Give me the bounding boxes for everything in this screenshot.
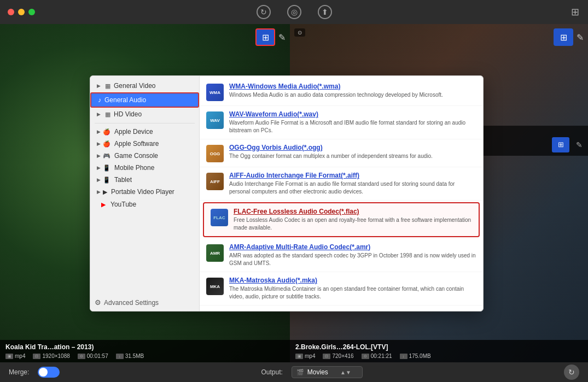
merge-toggle[interactable]	[38, 367, 60, 378]
sidebar-item-youtube[interactable]: ▶ YouTube	[90, 198, 199, 211]
close-button[interactable]	[8, 9, 14, 15]
ogg-format-name: OGG-Ogg Vorbis Audio(*.ogg)	[229, 144, 476, 151]
sidebar-item-game-console[interactable]: ▶ 🎮 Game Console	[90, 150, 199, 162]
sidebar-apple-device-label: Apple Device	[114, 128, 153, 136]
format-item-aiff[interactable]: AIFF AIFF-Audio Interchange File Format(…	[200, 167, 483, 201]
format-item-amr[interactable]: AMR AMR-Adaptive Multi-Rate Audio Codec(…	[200, 239, 483, 272]
format-item-wav[interactable]: WAV WAV-Waveform Audio(*.wav) Waveform A…	[200, 106, 483, 139]
sidebar-general-video-label: General Video	[114, 82, 156, 90]
sidebar-item-general-audio[interactable]: ♪ General Audio	[90, 92, 199, 108]
right-filesize-icon: ↓	[400, 354, 407, 359]
left-edit-icon[interactable]: ✎	[278, 32, 286, 43]
sidebar-portable-player-label: Portable Video Player	[111, 188, 174, 196]
sync-icon[interactable]: ↻	[257, 5, 271, 19]
bottom-bar: Merge: Output: 🎬 Movies ▲▼ ↻	[0, 362, 588, 382]
refresh-button[interactable]: ↻	[564, 365, 579, 380]
format-popup-container: ▶ ▦ General Video ♪ General Audio ▶ ▦ HD…	[90, 75, 484, 312]
sidebar-divider1	[95, 123, 195, 124]
convert-icon: ⊞	[262, 32, 269, 43]
right-format-icon: ▣	[295, 354, 303, 359]
left-resolution: ⊡ 1920×1088	[33, 353, 69, 359]
output-selector[interactable]: 🎬 Movies ▲▼	[292, 366, 363, 378]
amr-format-text: AMR-Adaptive Multi-Rate Audio Codec(*.am…	[229, 243, 476, 267]
hd-video-arrow: ▶	[97, 111, 101, 117]
format-item-mp2[interactable]: MP2 MP2-MPEG Layer-2 Audio(*.mp2) MPEG-2…	[200, 305, 483, 311]
mka-format-desc: The Matroska Multimedia Container is an …	[229, 285, 476, 301]
portable-player-icon: ▶	[103, 189, 107, 196]
format-item-mka[interactable]: MKA MKA-Matroska Audio(*.mka) The Matros…	[200, 272, 483, 305]
wma-format-name: WMA-Windows Media Audio(*.wma)	[229, 83, 476, 90]
right-duration: ⊙ 00:21:21	[362, 353, 392, 359]
sidebar-item-mobile-phone[interactable]: ▶ 📱 Mobile Phone	[90, 162, 199, 174]
left-convert-button[interactable]: ⊞	[255, 28, 275, 46]
right-video-badge: ⊙	[294, 28, 305, 37]
refresh-icon: ↻	[568, 368, 575, 377]
tablet-arrow: ▶	[97, 177, 101, 183]
toolbar-icons: ↻ ◎ ⬆	[257, 5, 332, 19]
sidebar-item-tablet[interactable]: ▶ 📱 Tablet	[90, 174, 199, 186]
amr-format-desc: AMR was adopted as the standard speech c…	[229, 252, 476, 267]
format-item-flac[interactable]: FLAC FLAC-Free Lossless Audio Codec(*.fl…	[203, 202, 480, 237]
sidebar-item-apple-device[interactable]: ▶ 🍎 Apple Device	[90, 126, 199, 138]
flac-format-desc: Free Lossless Audio Codec is an open and…	[234, 216, 472, 232]
flac-format-text: FLAC-Free Lossless Audio Codec(*.flac) F…	[234, 208, 472, 232]
amr-format-name: AMR-Adaptive Multi-Rate Audio Codec(*.am…	[229, 243, 476, 251]
output-folder-icon: 🎬	[296, 369, 304, 376]
flac-format-icon: FLAC	[211, 209, 228, 226]
general-audio-icon-shape: ♪	[98, 96, 101, 104]
wma-format-icon: WMA	[206, 84, 224, 101]
apple-device-arrow: ▶	[97, 129, 101, 134]
right-edit-icon[interactable]: ✎	[577, 32, 584, 43]
general-video-arrow: ▶	[97, 83, 101, 89]
apple-software-icon: 🍎	[103, 140, 110, 148]
advanced-settings-label: Advanced Settings	[104, 299, 159, 307]
right-panel-actions: ⊞ ✎	[554, 28, 584, 46]
hd-video-icon: ▦	[105, 111, 110, 118]
aiff-format-desc: Audio Interchange File Format is an audi…	[229, 180, 476, 196]
right-filesize: ↓ 175.0MB	[400, 353, 431, 359]
right-video2-convert-button[interactable]: ⊞	[552, 137, 569, 152]
duration-icon: ⊙	[78, 354, 85, 359]
game-console-arrow: ▶	[97, 153, 101, 158]
left-video-title: Koala Kid Tra…ation – 2013)	[5, 343, 284, 351]
minimize-button[interactable]	[18, 9, 25, 15]
advanced-settings-button[interactable]: ⚙ Advanced Settings	[95, 298, 159, 307]
right-resolution: ⊡ 720×416	[323, 353, 353, 359]
mp2-format-name: MP2-MPEG Layer-2 Audio(*.mp2)	[229, 310, 476, 311]
gear-icon: ⚙	[95, 298, 101, 307]
sidebar-item-apple-software[interactable]: ▶ 🍎 Apple Software	[90, 138, 199, 150]
right-video2-edit-icon[interactable]: ✎	[576, 140, 583, 149]
share-icon[interactable]: ⬆	[318, 5, 332, 19]
mobile-phone-icon: 📱	[103, 164, 110, 172]
grid-icon[interactable]: ⊞	[571, 6, 579, 18]
mka-format-text: MKA-Matroska Audio(*.mka) The Matroska M…	[229, 277, 476, 301]
ogg-format-icon: OGG	[206, 145, 224, 162]
format-item-wma[interactable]: WMA WMA-Windows Media Audio(*.wma) Windo…	[200, 78, 483, 106]
aiff-format-name: AIFF-Audio Interchange File Format(*.aif…	[229, 172, 476, 179]
sidebar-item-portable-video-player[interactable]: ▶ ▶ Portable Video Player	[90, 186, 199, 198]
maximize-button[interactable]	[28, 9, 35, 15]
tablet-icon: 📱	[103, 177, 110, 184]
titlebar: ↻ ◎ ⬆ ⊞	[0, 0, 588, 24]
right-convert-button[interactable]: ⊞	[554, 28, 573, 46]
merge-label: Merge:	[9, 368, 29, 376]
right-video-title: 2.Broke.Girls…264-LOL.[VTV]	[295, 343, 583, 351]
right-video-meta: ▣ mp4 ⊡ 720×416 ⊙ 00:21:21 ↓ 175.0MB	[295, 353, 583, 359]
left-panel-actions: ⊞ ✎	[255, 28, 286, 46]
left-filesize: ↓ 31.5MB	[116, 353, 144, 359]
disc-icon[interactable]: ◎	[287, 5, 301, 19]
portable-player-arrow: ▶	[97, 189, 101, 195]
left-format: ▣ mp4	[5, 353, 25, 359]
sidebar-item-general-video[interactable]: ▶ ▦ General Video	[90, 79, 199, 92]
format-icon: ▣	[5, 354, 13, 359]
format-item-ogg[interactable]: OGG OGG-Ogg Vorbis Audio(*.ogg) The Ogg …	[200, 139, 483, 167]
right-duration-icon: ⊙	[362, 354, 369, 359]
aiff-format-text: AIFF-Audio Interchange File Format(*.aif…	[229, 172, 476, 196]
sidebar-item-hd-video[interactable]: ▶ ▦ HD Video	[90, 108, 199, 121]
output-value: Movies	[307, 368, 328, 376]
left-video-meta: ▣ mp4 ⊡ 1920×1088 ⊙ 00:01:57 ↓ 31.5MB	[5, 353, 284, 359]
sidebar-game-console-label: Game Console	[114, 152, 158, 160]
mp2-format-text: MP2-MPEG Layer-2 Audio(*.mp2) MPEG-2 Aud…	[229, 310, 476, 311]
youtube-icon: ▶	[101, 201, 106, 208]
mka-format-name: MKA-Matroska Audio(*.mka)	[229, 277, 476, 284]
